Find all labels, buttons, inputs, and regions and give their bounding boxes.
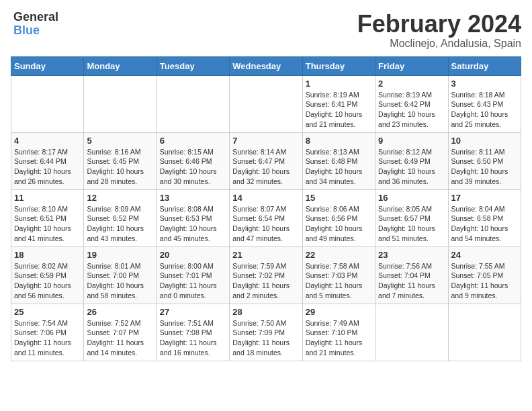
day-number: 8 bbox=[306, 136, 372, 146]
day-number: 18 bbox=[14, 250, 81, 260]
day-info: Sunrise: 8:16 AM Sunset: 6:45 PM Dayligh… bbox=[87, 147, 153, 187]
day-number: 9 bbox=[378, 136, 445, 146]
day-number: 11 bbox=[14, 193, 81, 203]
day-info: Sunrise: 8:08 AM Sunset: 6:53 PM Dayligh… bbox=[160, 204, 226, 244]
day-number: 17 bbox=[451, 193, 518, 203]
calendar-cell: 23Sunrise: 7:56 AM Sunset: 7:04 PM Dayli… bbox=[375, 246, 448, 304]
day-info: Sunrise: 7:51 AM Sunset: 7:08 PM Dayligh… bbox=[160, 318, 226, 358]
day-number: 24 bbox=[451, 250, 518, 260]
calendar-cell: 10Sunrise: 8:11 AM Sunset: 6:50 PM Dayli… bbox=[448, 132, 521, 189]
day-info: Sunrise: 8:05 AM Sunset: 6:57 PM Dayligh… bbox=[378, 204, 445, 244]
calendar-cell bbox=[11, 75, 84, 132]
day-info: Sunrise: 7:54 AM Sunset: 7:06 PM Dayligh… bbox=[14, 318, 81, 358]
calendar-table: SundayMondayTuesdayWednesdayThursdayFrid… bbox=[11, 56, 521, 361]
calendar-cell: 25Sunrise: 7:54 AM Sunset: 7:06 PM Dayli… bbox=[11, 304, 84, 361]
day-info: Sunrise: 8:04 AM Sunset: 6:58 PM Dayligh… bbox=[451, 204, 518, 244]
day-number: 23 bbox=[378, 250, 445, 260]
calendar-cell: 16Sunrise: 8:05 AM Sunset: 6:57 PM Dayli… bbox=[375, 189, 448, 246]
calendar-cell: 20Sunrise: 8:00 AM Sunset: 7:01 PM Dayli… bbox=[157, 246, 229, 304]
day-info: Sunrise: 7:50 AM Sunset: 7:09 PM Dayligh… bbox=[232, 318, 299, 358]
day-number: 7 bbox=[232, 136, 299, 146]
logo-text: General Blue bbox=[13, 11, 58, 38]
weekday-header-monday: Monday bbox=[84, 56, 157, 75]
week-row-1: 1Sunrise: 8:19 AM Sunset: 6:41 PM Daylig… bbox=[11, 75, 521, 132]
title-area: February 2024 Moclinejo, Andalusia, Spai… bbox=[357, 11, 521, 50]
day-info: Sunrise: 8:07 AM Sunset: 6:54 PM Dayligh… bbox=[232, 204, 299, 244]
weekday-header-friday: Friday bbox=[375, 56, 448, 75]
calendar-cell: 12Sunrise: 8:09 AM Sunset: 6:52 PM Dayli… bbox=[84, 189, 157, 246]
calendar-cell: 22Sunrise: 7:58 AM Sunset: 7:03 PM Dayli… bbox=[302, 246, 375, 304]
day-number: 3 bbox=[451, 79, 518, 89]
day-number: 12 bbox=[87, 193, 153, 203]
day-info: Sunrise: 8:19 AM Sunset: 6:41 PM Dayligh… bbox=[306, 90, 372, 130]
calendar-cell: 27Sunrise: 7:51 AM Sunset: 7:08 PM Dayli… bbox=[157, 304, 229, 361]
day-info: Sunrise: 8:02 AM Sunset: 6:59 PM Dayligh… bbox=[14, 261, 81, 301]
calendar-cell: 28Sunrise: 7:50 AM Sunset: 7:09 PM Dayli… bbox=[230, 304, 302, 361]
week-row-2: 4Sunrise: 8:17 AM Sunset: 6:44 PM Daylig… bbox=[11, 132, 521, 189]
day-number: 26 bbox=[87, 307, 153, 317]
day-number: 14 bbox=[232, 193, 299, 203]
day-info: Sunrise: 8:19 AM Sunset: 6:42 PM Dayligh… bbox=[378, 90, 445, 130]
calendar-cell: 13Sunrise: 8:08 AM Sunset: 6:53 PM Dayli… bbox=[157, 189, 229, 246]
day-number: 21 bbox=[232, 250, 299, 260]
calendar-cell: 24Sunrise: 7:55 AM Sunset: 7:05 PM Dayli… bbox=[448, 246, 521, 304]
day-number: 29 bbox=[306, 307, 372, 317]
day-info: Sunrise: 8:13 AM Sunset: 6:48 PM Dayligh… bbox=[306, 147, 372, 187]
weekday-header-wednesday: Wednesday bbox=[230, 56, 302, 75]
day-info: Sunrise: 7:49 AM Sunset: 7:10 PM Dayligh… bbox=[306, 318, 372, 358]
header: General Blue February 2024 Moclinejo, An… bbox=[11, 11, 521, 50]
day-number: 1 bbox=[306, 79, 372, 89]
calendar-cell: 26Sunrise: 7:52 AM Sunset: 7:07 PM Dayli… bbox=[84, 304, 157, 361]
day-info: Sunrise: 8:10 AM Sunset: 6:51 PM Dayligh… bbox=[14, 204, 81, 244]
day-number: 6 bbox=[160, 136, 226, 146]
logo: General Blue bbox=[11, 11, 58, 38]
calendar-cell: 15Sunrise: 8:06 AM Sunset: 6:56 PM Dayli… bbox=[302, 189, 375, 246]
calendar-cell: 4Sunrise: 8:17 AM Sunset: 6:44 PM Daylig… bbox=[11, 132, 84, 189]
calendar-cell: 18Sunrise: 8:02 AM Sunset: 6:59 PM Dayli… bbox=[11, 246, 84, 304]
day-number: 19 bbox=[87, 250, 153, 260]
weekday-header-thursday: Thursday bbox=[302, 56, 375, 75]
day-number: 28 bbox=[232, 307, 299, 317]
calendar-cell: 11Sunrise: 8:10 AM Sunset: 6:51 PM Dayli… bbox=[11, 189, 84, 246]
day-info: Sunrise: 8:15 AM Sunset: 6:46 PM Dayligh… bbox=[160, 147, 226, 187]
logo-general: General bbox=[13, 10, 58, 24]
day-info: Sunrise: 7:59 AM Sunset: 7:02 PM Dayligh… bbox=[232, 261, 299, 301]
week-row-5: 25Sunrise: 7:54 AM Sunset: 7:06 PM Dayli… bbox=[11, 304, 521, 361]
day-info: Sunrise: 8:01 AM Sunset: 7:00 PM Dayligh… bbox=[87, 261, 153, 301]
day-number: 15 bbox=[306, 193, 372, 203]
day-info: Sunrise: 8:18 AM Sunset: 6:43 PM Dayligh… bbox=[451, 90, 518, 130]
calendar-cell: 29Sunrise: 7:49 AM Sunset: 7:10 PM Dayli… bbox=[302, 304, 375, 361]
day-info: Sunrise: 8:17 AM Sunset: 6:44 PM Dayligh… bbox=[14, 147, 81, 187]
calendar-cell bbox=[448, 304, 521, 361]
day-info: Sunrise: 8:00 AM Sunset: 7:01 PM Dayligh… bbox=[160, 261, 226, 301]
calendar-cell: 14Sunrise: 8:07 AM Sunset: 6:54 PM Dayli… bbox=[230, 189, 302, 246]
calendar-cell: 5Sunrise: 8:16 AM Sunset: 6:45 PM Daylig… bbox=[84, 132, 157, 189]
calendar-cell: 9Sunrise: 8:12 AM Sunset: 6:49 PM Daylig… bbox=[375, 132, 448, 189]
day-info: Sunrise: 8:11 AM Sunset: 6:50 PM Dayligh… bbox=[451, 147, 518, 187]
calendar-cell: 2Sunrise: 8:19 AM Sunset: 6:42 PM Daylig… bbox=[375, 75, 448, 132]
calendar-cell: 17Sunrise: 8:04 AM Sunset: 6:58 PM Dayli… bbox=[448, 189, 521, 246]
weekday-header-tuesday: Tuesday bbox=[157, 56, 229, 75]
day-number: 20 bbox=[160, 250, 226, 260]
day-info: Sunrise: 7:52 AM Sunset: 7:07 PM Dayligh… bbox=[87, 318, 153, 358]
day-info: Sunrise: 8:12 AM Sunset: 6:49 PM Dayligh… bbox=[378, 147, 445, 187]
weekday-header-saturday: Saturday bbox=[448, 56, 521, 75]
day-number: 2 bbox=[378, 79, 445, 89]
day-number: 13 bbox=[160, 193, 226, 203]
day-number: 27 bbox=[160, 307, 226, 317]
day-info: Sunrise: 7:56 AM Sunset: 7:04 PM Dayligh… bbox=[378, 261, 445, 301]
day-number: 25 bbox=[14, 307, 81, 317]
calendar-cell bbox=[157, 75, 229, 132]
day-number: 22 bbox=[306, 250, 372, 260]
day-info: Sunrise: 8:06 AM Sunset: 6:56 PM Dayligh… bbox=[306, 204, 372, 244]
calendar-cell: 19Sunrise: 8:01 AM Sunset: 7:00 PM Dayli… bbox=[84, 246, 157, 304]
day-number: 5 bbox=[87, 136, 153, 146]
week-row-3: 11Sunrise: 8:10 AM Sunset: 6:51 PM Dayli… bbox=[11, 189, 521, 246]
calendar-cell bbox=[230, 75, 302, 132]
day-info: Sunrise: 7:55 AM Sunset: 7:05 PM Dayligh… bbox=[451, 261, 518, 301]
calendar-cell: 3Sunrise: 8:18 AM Sunset: 6:43 PM Daylig… bbox=[448, 75, 521, 132]
calendar-cell: 8Sunrise: 8:13 AM Sunset: 6:48 PM Daylig… bbox=[302, 132, 375, 189]
month-title: February 2024 bbox=[357, 11, 521, 38]
location-title: Moclinejo, Andalusia, Spain bbox=[357, 38, 521, 50]
day-number: 16 bbox=[378, 193, 445, 203]
